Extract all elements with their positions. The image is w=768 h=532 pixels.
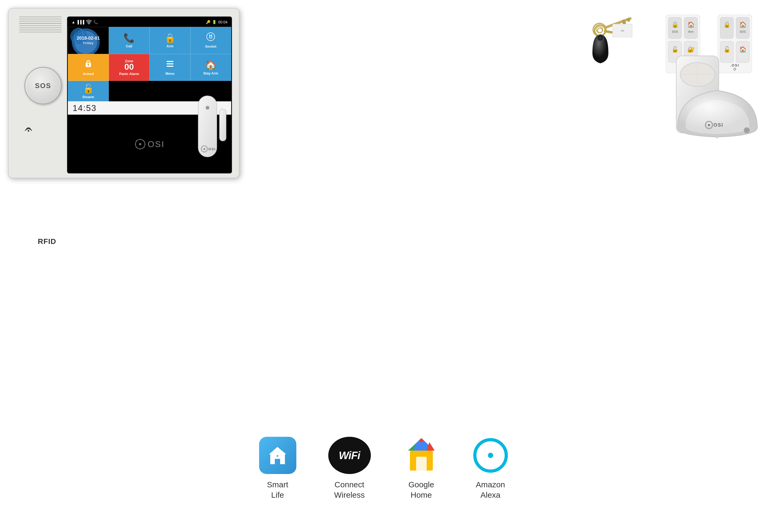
stay-arm-cell-label: Stay Arm <box>203 71 218 75</box>
features-section: Smart Life Wi Fi Connect Wireless <box>0 437 768 500</box>
armed-cell-icon <box>84 59 93 71</box>
call-cell-icon: 📞 <box>123 32 135 43</box>
svg-rect-117 <box>416 457 427 471</box>
siren: OSI <box>675 74 760 138</box>
wifi-text: Wi <box>339 450 351 462</box>
svg-text:.OSI: .OSI <box>620 30 624 32</box>
sos-button[interactable]: SOS <box>24 67 62 104</box>
feature-connect-wireless: Wi Fi Connect Wireless <box>328 437 371 500</box>
svg-point-0 <box>28 130 29 132</box>
battery-icon: 🔋 <box>212 20 217 24</box>
svg-text:🏠: 🏠 <box>739 46 747 53</box>
menu-cell-icon <box>165 59 175 70</box>
call-icon: 📞 <box>93 20 98 24</box>
svg-point-1 <box>88 23 89 24</box>
status-right: 🔑 🔋 00:04 <box>206 20 227 24</box>
svg-point-18 <box>144 144 146 145</box>
grid-cell-armed[interactable]: Armed <box>68 54 109 81</box>
key-icon: 🔑 <box>206 20 210 24</box>
grid-cell-menu[interactable]: Menu <box>150 54 190 81</box>
screen-time: 14:53 <box>73 103 97 113</box>
svg-rect-14 <box>167 66 173 67</box>
osi-text-screen: OSI <box>148 139 165 149</box>
alexa-icon-wrap <box>472 437 509 474</box>
svg-text:SOS: SOS <box>672 30 678 33</box>
svg-point-36 <box>599 36 602 39</box>
feature-amazon-alexa: Amazon Alexa <box>472 437 509 500</box>
wifi-text2: Fi <box>351 450 360 462</box>
svg-point-86 <box>206 149 207 150</box>
svg-rect-43 <box>684 17 698 39</box>
socket-cell-icon <box>206 32 215 43</box>
svg-point-22 <box>135 144 136 145</box>
svg-rect-7 <box>209 35 210 37</box>
socket-cell-label: Socket <box>205 44 217 48</box>
svg-point-19 <box>143 147 144 148</box>
sos-label: SOS <box>35 82 51 90</box>
grille-line <box>19 16 62 17</box>
door-window-sensor: OSI <box>194 88 229 165</box>
svg-point-96 <box>709 121 709 122</box>
svg-point-6 <box>207 33 215 41</box>
connect-wireless-label: Connect Wireless <box>334 479 365 500</box>
smart-life-icon <box>259 437 296 474</box>
grid-cell-disarm[interactable]: 🔓 Disarm <box>68 81 109 101</box>
svg-point-84 <box>206 146 206 147</box>
svg-point-87 <box>205 151 205 151</box>
svg-text:SOS: SOS <box>740 30 746 33</box>
svg-point-10 <box>88 64 89 65</box>
grille-line <box>19 21 62 22</box>
svg-rect-12 <box>167 61 173 62</box>
rfid-waves-icon <box>23 123 34 134</box>
clock-display: 00:04 <box>218 20 227 24</box>
alexa-ring-icon <box>473 438 508 473</box>
svg-point-21 <box>136 147 137 148</box>
grille-line <box>19 23 62 24</box>
svg-point-102 <box>706 126 707 127</box>
screen-date: 2018-02-01 <box>77 36 100 41</box>
smart-life-label: Smart Life <box>267 479 288 500</box>
rfid-card: .OSI <box>612 24 632 37</box>
wifi-icon <box>86 19 92 25</box>
grid-cell-socket[interactable]: Socket <box>190 27 231 54</box>
grid-cell-stay-arm[interactable]: 🏠 Stay Arm <box>190 54 231 81</box>
svg-text:Arm: Arm <box>688 30 694 33</box>
svg-point-23 <box>136 140 137 142</box>
grille-line <box>19 30 62 30</box>
grid-cell-panic[interactable]: Zone 00 Panic Alarm <box>109 54 150 81</box>
svg-point-101 <box>708 127 708 128</box>
grid-cell-date[interactable]: 2018-02-01 Friday <box>68 27 109 54</box>
grid-cell-arm[interactable]: 🔒 Arm <box>150 27 190 54</box>
google-home-icon-wrap <box>403 437 440 474</box>
svg-text:.OSI: .OSI <box>730 63 739 67</box>
svg-point-24 <box>139 143 141 145</box>
arm-cell-icon: 🔒 <box>164 32 176 43</box>
wifi-text-wrap: Wi Fi <box>339 450 360 462</box>
svg-point-92 <box>204 148 205 150</box>
svg-point-98 <box>712 124 712 124</box>
grille-line <box>19 32 62 32</box>
svg-rect-94 <box>219 109 226 141</box>
rfid-keyfob-black <box>590 32 611 64</box>
svg-rect-110 <box>716 134 718 138</box>
amazon-alexa-label: Amazon Alexa <box>476 479 505 500</box>
svg-rect-8 <box>211 35 212 37</box>
grille-line <box>19 25 62 26</box>
grille-line <box>19 19 62 19</box>
svg-point-104 <box>707 122 707 123</box>
feature-google-home: Google Home <box>403 437 440 500</box>
arm-cell-label: Arm <box>167 44 173 48</box>
svg-point-88 <box>203 151 204 151</box>
svg-rect-55 <box>736 17 749 39</box>
svg-rect-53 <box>720 17 733 39</box>
svg-text:OSI: OSI <box>713 122 723 128</box>
svg-point-97 <box>711 122 712 123</box>
feature-smart-life: Smart Life <box>259 437 296 500</box>
armed-cell-label: Armed <box>83 72 94 76</box>
disarm-cell-label: Disarm <box>82 95 94 99</box>
screen-day: Friday <box>77 41 100 45</box>
speaker-grille <box>16 14 64 35</box>
svg-point-81 <box>206 106 209 110</box>
svg-point-112 <box>277 455 279 457</box>
grid-cell-call[interactable]: 📞 Call <box>109 27 150 54</box>
